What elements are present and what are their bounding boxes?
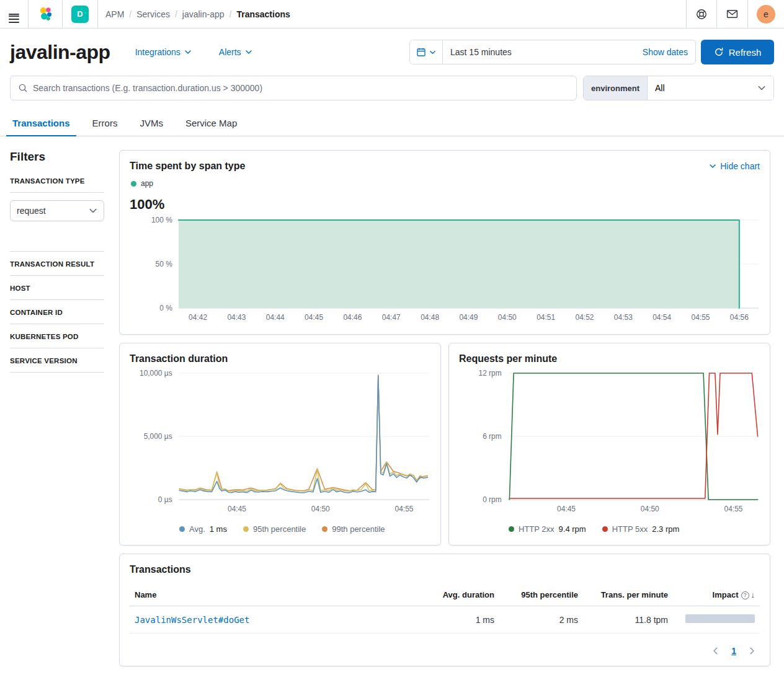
- show-dates-link[interactable]: Show dates: [635, 47, 695, 57]
- divider: [10, 348, 104, 348]
- column-header-tpm[interactable]: Trans. per minute: [583, 584, 673, 606]
- x-axis-tick-label: 04:49: [459, 313, 478, 322]
- filters-heading: Filters: [10, 150, 104, 164]
- page-number-1[interactable]: 1: [731, 646, 736, 656]
- x-axis-tick-label: 04:52: [575, 313, 594, 322]
- transaction-name-cell: JavalinWsServlet#doGet: [130, 606, 419, 634]
- question-circle-icon[interactable]: ?: [741, 591, 749, 599]
- y-axis-tick-label: 0 rpm: [483, 495, 502, 504]
- x-axis-tick-label: 04:55: [692, 313, 710, 322]
- hamburger-bar: [9, 14, 19, 15]
- chevron-down-icon: [89, 206, 97, 215]
- divider: [10, 372, 104, 373]
- refresh-button[interactable]: Refresh: [701, 40, 774, 64]
- user-avatar[interactable]: e: [757, 5, 775, 24]
- divider: [10, 275, 104, 276]
- legend-dot-app: [131, 181, 136, 187]
- column-header-avg-duration[interactable]: Avg. duration: [419, 584, 499, 606]
- help-icon[interactable]: [687, 0, 716, 28]
- tab-jvms[interactable]: JVMs: [138, 112, 164, 136]
- transaction-type-select[interactable]: request: [10, 200, 104, 221]
- sort-descending-icon: ↓: [751, 590, 755, 599]
- y-axis-tick-label: 0 %: [159, 304, 172, 312]
- duration-chart-legend: Avg.1 ms95th percentile99th percentile: [179, 524, 430, 534]
- legend-item-avg-[interactable]: Avg.1 ms: [179, 524, 227, 534]
- environment-select[interactable]: All: [648, 76, 773, 100]
- previous-page-button[interactable]: [711, 647, 720, 655]
- legend-item-http-5xx[interactable]: HTTP 5xx2.3 rpm: [602, 524, 680, 534]
- duration-chart-title: Transaction duration: [130, 353, 430, 364]
- breadcrumb-current: Transactions: [236, 9, 290, 19]
- span-percent-value: 100%: [130, 197, 760, 213]
- time-spent-by-span-type-card: Time spent by span type Hide chart app 1…: [119, 150, 770, 335]
- legend-label: HTTP 2xx: [519, 524, 555, 534]
- refresh-label: Refresh: [729, 47, 762, 58]
- requests-per-minute-card: Requests per minute 0 rpm6 rpm12 rpm04:4…: [448, 343, 770, 546]
- search-box: [10, 76, 577, 100]
- tab-service-map[interactable]: Service Map: [184, 112, 238, 136]
- newsfeed-icon[interactable]: [717, 0, 747, 28]
- next-page-button[interactable]: [747, 647, 756, 655]
- transactions-table-card: Transactions Name Avg. duration 95th per…: [119, 554, 770, 666]
- legend-label-app: app: [141, 179, 153, 188]
- integrations-label: Integrations: [135, 47, 180, 57]
- transactions-table-title: Transactions: [130, 564, 760, 575]
- tab-transactions[interactable]: Transactions: [11, 112, 71, 136]
- span-chart-legend[interactable]: app: [131, 179, 760, 188]
- hide-chart-button[interactable]: Hide chart: [709, 161, 760, 171]
- column-header-impact[interactable]: Impact?↓: [673, 584, 760, 606]
- transaction-link[interactable]: JavalinWsServlet#doGet: [135, 615, 249, 625]
- elastic-logo[interactable]: [29, 0, 62, 28]
- p95-cell: 2 ms: [499, 606, 583, 634]
- breadcrumb: APM/Services/javalin-app/Transactions: [98, 0, 290, 28]
- x-axis-tick-label: 04:50: [641, 505, 659, 513]
- quick-select-date-button[interactable]: [410, 40, 443, 64]
- breadcrumb-item[interactable]: APM: [105, 9, 124, 19]
- impact-header-label: Impact: [713, 590, 739, 599]
- alerts-menu-button[interactable]: Alerts: [219, 47, 252, 57]
- y-axis-tick-label: 6 rpm: [483, 432, 502, 441]
- legend-value: 9.4 rpm: [559, 524, 586, 534]
- x-axis-tick-label: 04:51: [537, 313, 555, 322]
- alerts-label: Alerts: [219, 47, 241, 57]
- breadcrumb-item[interactable]: javalin-app: [182, 9, 225, 19]
- chevron-down-icon: [245, 48, 252, 56]
- environment-filter: environment All: [583, 76, 774, 100]
- tab-errors[interactable]: Errors: [91, 112, 119, 136]
- y-axis-tick-label: 100 %: [151, 216, 172, 224]
- avg-duration-cell: 1 ms: [419, 606, 499, 634]
- x-axis-tick-label: 04:55: [724, 505, 743, 513]
- legend-item-95th-percentile[interactable]: 95th percentile: [243, 524, 306, 534]
- legend-item-99th-percentile[interactable]: 99th percentile: [322, 524, 385, 534]
- space-badge[interactable]: D: [71, 6, 89, 23]
- x-axis-tick-label: 04:46: [343, 313, 362, 322]
- area-fill-app: [179, 220, 739, 308]
- filters-sidebar: Filters TRANSACTION TYPE request TRANSAC…: [10, 150, 104, 666]
- x-axis-tick-label: 04:45: [305, 313, 323, 322]
- impact-cell: [673, 606, 760, 634]
- filter-label-transaction-type: TRANSACTION TYPE: [10, 177, 104, 185]
- x-axis-tick-label: 04:50: [311, 505, 330, 513]
- chevron-down-icon: [757, 84, 766, 92]
- legend-item-http-2xx[interactable]: HTTP 2xx9.4 rpm: [509, 524, 586, 534]
- legend-label: 99th percentile: [332, 524, 385, 534]
- time-range-value[interactable]: Last 15 minutes: [443, 47, 635, 57]
- menu-hamburger-icon[interactable]: [0, 0, 28, 28]
- divider: [10, 192, 104, 193]
- transaction-duration-chart: 0 µs5,000 µs10,000 µs04:4504:5004:55: [130, 368, 430, 516]
- search-input[interactable]: [33, 83, 569, 93]
- search-row: environment All: [0, 71, 784, 109]
- service-tabs: TransactionsErrorsJVMsService Map: [0, 112, 784, 136]
- breadcrumb-item[interactable]: Services: [136, 9, 170, 19]
- column-header-95th[interactable]: 95th percentile: [499, 584, 583, 606]
- main-panel: Time spent by span type Hide chart app 1…: [119, 150, 770, 666]
- breadcrumb-separator: /: [129, 9, 131, 19]
- charts-row: Transaction duration 0 µs5,000 µs10,000 …: [119, 343, 770, 546]
- x-axis-tick-label: 04:45: [557, 505, 576, 513]
- chevron-down-icon: [709, 162, 716, 170]
- integrations-menu-button[interactable]: Integrations: [135, 47, 192, 57]
- legend-value: 1 ms: [210, 524, 227, 534]
- column-header-name[interactable]: Name: [130, 584, 419, 606]
- y-axis-tick-label: 0 µs: [158, 495, 172, 504]
- time-spent-chart: 0 %50 %100 %04:4204:4304:4404:4504:4604:…: [130, 215, 760, 324]
